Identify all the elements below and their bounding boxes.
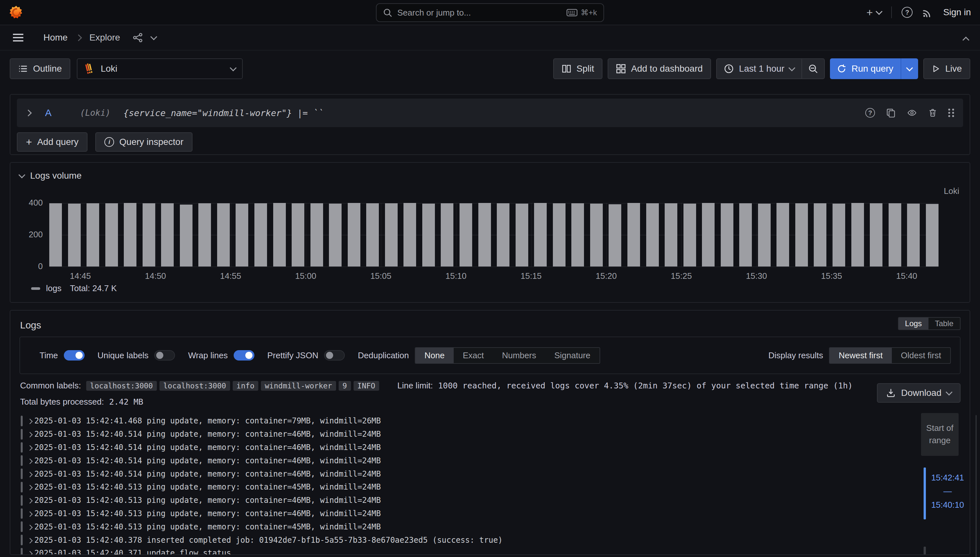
volume-bar[interactable] xyxy=(198,203,211,267)
log-row[interactable]: 2025-01-03 15:42:40.514 ping update, mem… xyxy=(20,441,911,454)
volume-bar[interactable] xyxy=(907,204,920,267)
chevron-down-icon[interactable] xyxy=(150,33,157,40)
log-row[interactable]: 2025-01-03 15:42:40.514 ping update, mem… xyxy=(20,428,911,441)
volume-bar[interactable] xyxy=(721,203,733,267)
log-row[interactable]: 2025-01-03 15:42:41.468 ping update, mem… xyxy=(20,414,911,428)
volume-bar[interactable] xyxy=(217,203,230,267)
grafana-logo[interactable] xyxy=(9,5,23,20)
log-row[interactable]: 2025-01-03 15:42:40.514 ping update, mem… xyxy=(20,467,911,480)
legend-series-name[interactable]: logs xyxy=(46,283,62,293)
expand-row-icon[interactable] xyxy=(27,538,33,543)
volume-bar[interactable] xyxy=(553,203,566,267)
trash-icon[interactable] xyxy=(928,108,937,118)
breadcrumb-current[interactable]: Explore xyxy=(89,33,120,43)
collapse-bar-icon[interactable] xyxy=(962,37,969,44)
volume-bar[interactable] xyxy=(571,203,584,267)
option-table[interactable]: Table xyxy=(928,318,960,329)
expand-row-icon[interactable] xyxy=(27,511,33,517)
query-expression[interactable]: {service_name="windmill-worker"} |= `` xyxy=(124,108,324,118)
volume-bar[interactable] xyxy=(497,203,509,267)
volume-bar[interactable] xyxy=(143,203,155,267)
search-input[interactable]: Search or jump to... ⌘+k xyxy=(376,3,604,22)
unique-labels-toggle[interactable] xyxy=(154,350,175,360)
volume-bar[interactable] xyxy=(852,203,864,267)
volume-bar[interactable] xyxy=(348,203,360,267)
split-button[interactable]: Split xyxy=(553,59,603,79)
datasource-picker[interactable]: Loki xyxy=(77,59,243,79)
eye-icon[interactable] xyxy=(907,108,917,118)
expand-row-icon[interactable] xyxy=(27,419,33,424)
query-ref-id[interactable]: A xyxy=(45,107,52,118)
wrap-lines-toggle[interactable] xyxy=(234,350,254,360)
volume-bar[interactable] xyxy=(49,203,62,267)
volume-bar[interactable] xyxy=(180,205,192,267)
volume-bar[interactable] xyxy=(68,204,81,267)
expand-row-icon[interactable] xyxy=(27,472,33,477)
menu-icon[interactable] xyxy=(13,37,23,38)
volume-bar[interactable] xyxy=(310,203,323,267)
volume-bar[interactable] xyxy=(646,203,659,267)
volume-bar[interactable] xyxy=(366,203,379,267)
expand-row-icon[interactable] xyxy=(27,551,33,555)
time-range-button[interactable]: Last 1 hour xyxy=(717,64,801,74)
expand-row-icon[interactable] xyxy=(27,458,33,464)
news-icon[interactable] xyxy=(922,7,933,18)
volume-bar[interactable] xyxy=(739,203,752,267)
sign-in-button[interactable]: Sign in xyxy=(943,7,971,18)
option-oldest-first[interactable]: Oldest first xyxy=(892,348,950,363)
series-label[interactable]: Loki xyxy=(944,186,959,196)
range-nav-track-segment[interactable] xyxy=(924,547,926,554)
volume-bar[interactable] xyxy=(534,203,547,267)
expand-row-icon[interactable] xyxy=(27,432,33,437)
expand-row-icon[interactable] xyxy=(27,445,33,451)
zoom-out-time-button[interactable] xyxy=(801,59,824,78)
volume-bar[interactable] xyxy=(795,203,808,267)
log-row[interactable]: 2025-01-03 15:42:40.371 update flow stat… xyxy=(20,547,911,555)
volume-bar[interactable] xyxy=(86,203,99,267)
expand-row-icon[interactable] xyxy=(27,524,33,530)
log-row[interactable]: 2025-01-03 15:42:40.513 ping update, mem… xyxy=(20,494,911,507)
volume-bar[interactable] xyxy=(273,203,286,267)
option-newest-first[interactable]: Newest first xyxy=(830,348,892,363)
volume-bar[interactable] xyxy=(683,204,696,267)
option-none[interactable]: None xyxy=(416,348,454,363)
volume-bar[interactable] xyxy=(758,204,770,267)
logs-volume-header[interactable]: Logs volume xyxy=(20,171,82,181)
log-row[interactable]: 2025-01-03 15:42:40.513 ping update, mem… xyxy=(20,480,911,494)
volume-bar[interactable] xyxy=(515,204,528,267)
volume-bar[interactable] xyxy=(590,204,603,267)
volume-bar[interactable] xyxy=(627,203,640,267)
add-query-button[interactable]: + Add query xyxy=(17,132,88,152)
expand-row-icon[interactable] xyxy=(27,498,33,503)
volume-bar[interactable] xyxy=(124,203,137,267)
volume-bar[interactable] xyxy=(665,203,677,267)
query-help-icon[interactable]: ? xyxy=(865,108,875,118)
volume-bar[interactable] xyxy=(403,203,416,267)
log-row[interactable]: 2025-01-03 15:42:40.378 inserted complet… xyxy=(20,533,911,547)
logs-volume-chart[interactable]: 020040014:4514:5014:5515:0015:0515:1015:… xyxy=(49,203,939,267)
volume-bar[interactable] xyxy=(702,203,715,267)
option-exact[interactable]: Exact xyxy=(454,348,493,363)
drag-handle-icon[interactable] xyxy=(948,109,950,111)
download-button[interactable]: Download xyxy=(877,383,960,403)
volume-bar[interactable] xyxy=(609,204,621,267)
scrollbar[interactable] xyxy=(975,415,977,557)
share-icon[interactable] xyxy=(133,33,143,43)
live-button[interactable]: Live xyxy=(923,59,970,79)
chart-legend[interactable]: logs Total: 24.7 K xyxy=(31,283,117,293)
volume-bar[interactable] xyxy=(926,204,939,267)
volume-bar[interactable] xyxy=(292,203,304,267)
volume-bar[interactable] xyxy=(329,204,341,267)
volume-bar[interactable] xyxy=(254,203,267,267)
start-of-range-button[interactable]: Start of range xyxy=(921,413,959,456)
outline-button[interactable]: Outline xyxy=(10,59,70,79)
new-menu-button[interactable]: + xyxy=(866,7,882,18)
volume-bar[interactable] xyxy=(385,203,398,267)
volume-bar[interactable] xyxy=(889,203,901,267)
range-nav-times[interactable]: 15:42:41 — 15:40:10 xyxy=(931,471,964,511)
volume-bar[interactable] xyxy=(478,203,491,267)
log-row[interactable]: 2025-01-03 15:42:40.513 ping update, mem… xyxy=(20,520,911,533)
volume-bar[interactable] xyxy=(777,203,789,267)
volume-bar[interactable] xyxy=(236,204,248,267)
option-logs[interactable]: Logs xyxy=(899,318,928,329)
